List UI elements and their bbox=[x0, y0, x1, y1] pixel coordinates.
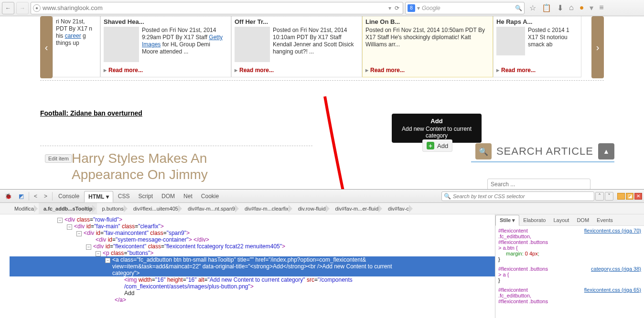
plus-icon: ＋ bbox=[427, 142, 434, 149]
crumb-4[interactable]: div#fav-m...clearfix bbox=[240, 203, 293, 214]
search-prev[interactable]: ˄ bbox=[595, 192, 604, 201]
card-1: Shaved Hea... Posted on Fri Nov 21st, 20… bbox=[100, 16, 231, 77]
nav-right-icon[interactable]: > bbox=[41, 192, 50, 201]
reload-icon[interactable]: ⟳ bbox=[393, 5, 401, 11]
search-bar[interactable]: 8 ▾ Google 🔍 bbox=[405, 2, 525, 14]
nav-left-icon[interactable]: < bbox=[31, 192, 40, 201]
read-more-link[interactable]: Read more... bbox=[365, 67, 405, 74]
tab-script[interactable]: Script bbox=[134, 191, 157, 201]
close-icon[interactable]: ✕ bbox=[634, 193, 642, 200]
rtab-dom[interactable]: DOM bbox=[573, 215, 593, 225]
search-underline bbox=[471, 161, 614, 162]
search-icon[interactable]: 🔍 bbox=[515, 5, 522, 11]
twisty-icon[interactable]: − bbox=[96, 251, 101, 256]
firebug-search[interactable]: 🔍 bbox=[441, 191, 594, 201]
card-title: Shaved Hea... bbox=[104, 18, 228, 26]
edit-item-button[interactable]: Edit item bbox=[45, 154, 72, 163]
firebug-search-input[interactable] bbox=[453, 193, 592, 199]
crumb-0[interactable]: a.fc_addb...sTooltip bbox=[39, 203, 97, 214]
card-0: ri Nov 21st, PDT By X17 n his career g t… bbox=[53, 16, 100, 77]
minimize-icon[interactable] bbox=[617, 193, 625, 200]
search-icon[interactable]: 🔍 bbox=[475, 143, 492, 159]
css-panel: Stile ▾ Elaborato Layout DOM Events flex… bbox=[495, 214, 644, 318]
search-next[interactable]: ˅ bbox=[605, 192, 613, 201]
tab-console[interactable]: Console bbox=[54, 191, 83, 201]
page-content: ‹ ri Nov 21st, PDT By X17 n his career g… bbox=[0, 16, 644, 189]
card-text: Posted on Fri Nov 21st, 2014 10:10am PDT… bbox=[273, 27, 359, 62]
inspect-icon[interactable]: ◩ bbox=[16, 192, 27, 201]
chrome-icons: ☆ 📋 ⬇ ⌂ ● ▾ ≡ bbox=[526, 3, 607, 12]
forward-button[interactable]: → bbox=[16, 2, 29, 14]
read-more-link[interactable]: Read more... bbox=[104, 67, 143, 74]
card-title: Line On B... bbox=[365, 18, 490, 26]
tab-cookie[interactable]: Cookie bbox=[197, 191, 223, 201]
url-bar[interactable]: ● www.sharinglook.com ▾ ⟳ bbox=[31, 2, 403, 14]
css-source-link[interactable]: flexicontent.css (riga 70) bbox=[584, 228, 641, 233]
carousel-prev[interactable]: ‹ bbox=[40, 16, 53, 78]
popout-icon[interactable]: ◪ bbox=[626, 193, 633, 200]
url-text: www.sharinglook.com bbox=[43, 4, 386, 11]
star-icon[interactable]: ☆ bbox=[529, 3, 536, 12]
tab-net[interactable]: Net bbox=[180, 191, 196, 201]
divider bbox=[40, 80, 604, 81]
back-button[interactable]: ← bbox=[2, 2, 14, 14]
browser-toolbar: ← → ● www.sharinglook.com ▾ ⟳ 8 ▾ Google… bbox=[0, 0, 644, 16]
tab-html[interactable]: HTML ▾ bbox=[84, 191, 113, 202]
crumb-3[interactable]: div#fav-m...nt.span9 bbox=[183, 203, 240, 214]
firebug-icon[interactable]: ● bbox=[580, 3, 584, 12]
carousel-next[interactable]: › bbox=[591, 16, 604, 78]
clipboard-icon[interactable]: 📋 bbox=[542, 3, 551, 12]
tab-css[interactable]: CSS bbox=[114, 191, 134, 201]
card-link[interactable]: career bbox=[65, 32, 81, 39]
twisty-icon[interactable]: − bbox=[105, 258, 110, 263]
breadcrumb: Modifica a.fc_addb...sTooltip p.buttons … bbox=[0, 203, 644, 214]
twisty-icon[interactable]: − bbox=[67, 224, 72, 230]
css-source-link[interactable]: category.css (riga 38) bbox=[591, 266, 641, 272]
more-icon[interactable]: ▾ bbox=[590, 3, 593, 12]
crumb-6[interactable]: div#fav-m...er-fluid bbox=[331, 203, 383, 214]
crumb-edit[interactable]: Modifica bbox=[0, 203, 39, 214]
firebug-toolbar: 🐞 ◩ < > Console HTML ▾ CSS Script DOM Ne… bbox=[0, 190, 644, 203]
search-article-widget: 🔍 SEARCH ARTICLE ▲ bbox=[475, 143, 614, 159]
article-title: Harry Styles Makes An Appearance On Jimm… bbox=[72, 150, 244, 182]
crumb-1[interactable]: p.buttons bbox=[97, 203, 128, 214]
twisty-icon[interactable]: − bbox=[76, 231, 82, 236]
card-text: Posted on Fri Nov 21st, 2014 9:29am PDT … bbox=[142, 27, 228, 62]
search-input[interactable] bbox=[487, 179, 590, 190]
crumb-7[interactable]: div#fav-c bbox=[383, 203, 414, 214]
carousel-cards: ri Nov 21st, PDT By X17 n his career g t… bbox=[53, 16, 591, 78]
css-rules[interactable]: flexicontent.css (riga 70) #flexicontent… bbox=[495, 226, 644, 318]
read-more-link[interactable]: Read more... bbox=[496, 67, 536, 74]
google-icon: 8 bbox=[408, 4, 415, 12]
card-text: Posted c 2014 1 X17 St notoriou smack ab bbox=[528, 27, 578, 55]
twisty-icon[interactable]: − bbox=[86, 244, 91, 250]
add-button[interactable]: ＋ Add bbox=[422, 139, 452, 152]
divider bbox=[40, 146, 312, 146]
html-tree[interactable]: −<div class="row-fluid"> −<div id="fav-m… bbox=[0, 214, 495, 318]
card-thumb bbox=[496, 27, 525, 55]
dropdown-icon[interactable]: ▾ bbox=[388, 5, 391, 11]
tab-dom[interactable]: DOM bbox=[158, 191, 179, 201]
rtab-events[interactable]: Events bbox=[593, 215, 617, 225]
twisty-icon[interactable]: − bbox=[57, 218, 63, 223]
crumb-5[interactable]: div.row-fluid bbox=[293, 203, 331, 214]
search-dropdown-icon[interactable]: ▾ bbox=[417, 5, 420, 11]
download-icon[interactable]: ⬇ bbox=[557, 3, 563, 12]
read-more-link[interactable]: Read more... bbox=[235, 67, 274, 74]
rtab-layout[interactable]: Layout bbox=[549, 215, 573, 225]
football-link[interactable]: Football: Zidane ban overturned bbox=[40, 109, 604, 117]
add-label: Add bbox=[437, 142, 448, 149]
globe-icon: ● bbox=[33, 4, 41, 12]
menu-icon[interactable]: ≡ bbox=[599, 3, 603, 12]
scroll-top-button[interactable]: ▲ bbox=[598, 143, 614, 159]
home-icon[interactable]: ⌂ bbox=[569, 3, 574, 12]
card-title: He Raps A... bbox=[496, 18, 578, 26]
rtab-elaborato[interactable]: Elaborato bbox=[519, 215, 549, 225]
firebug-menu-icon[interactable]: 🐞 bbox=[2, 192, 15, 201]
crumb-2[interactable]: div#flexi...uitem405 bbox=[129, 203, 183, 214]
card-text: ri Nov 21st, PDT By X17 n his career g t… bbox=[56, 18, 97, 47]
card-3: Line On B... Posted on Fri Nov 21st, 201… bbox=[362, 16, 493, 77]
selected-node[interactable]: −<a class="fc_addbutton btn btn-small ha… bbox=[10, 256, 495, 263]
css-source-link[interactable]: flexicontent.css (riga 65) bbox=[584, 287, 641, 293]
rtab-stile[interactable]: Stile ▾ bbox=[495, 215, 519, 226]
